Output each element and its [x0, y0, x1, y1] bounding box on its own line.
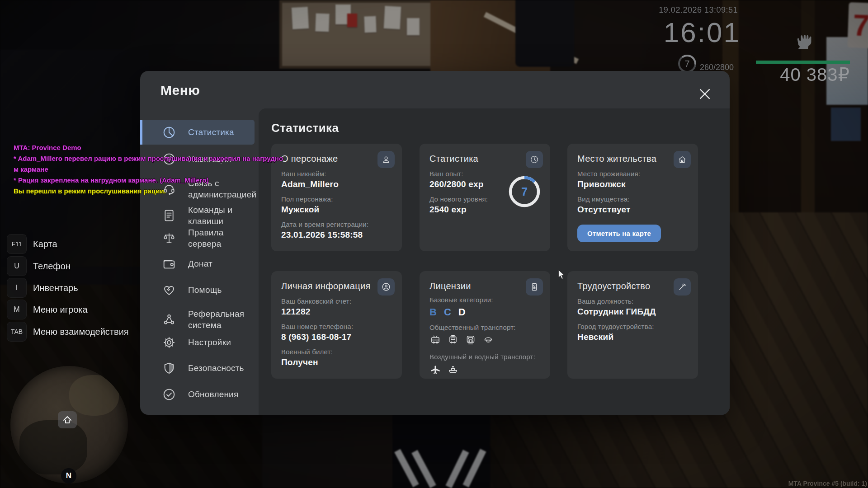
license-category-c: C	[444, 306, 451, 318]
license-category-d: D	[458, 306, 466, 318]
sidebar-item-label: Реферальная система	[188, 308, 244, 331]
menu-title: Меню	[160, 83, 200, 98]
sidebar-item-label: Обновления	[188, 389, 238, 400]
sidebar-item-label: Настройки	[188, 337, 231, 348]
close-icon[interactable]	[697, 86, 712, 102]
field-label: Дата и время регистрации:	[281, 221, 392, 228]
sidebar-item-label: Безопасность	[188, 362, 244, 374]
menu-content: Статистика О персонаже Ваш никнейм: Adam…	[259, 108, 730, 415]
metro-icon	[465, 334, 476, 347]
keybind-label: Карта	[33, 239, 57, 249]
compass-north-label: N	[66, 471, 71, 480]
field-value: Получен	[281, 357, 392, 367]
minimap: N	[10, 366, 128, 483]
key-badge: TAB	[7, 322, 27, 342]
field-label: Город трудоустройства:	[577, 323, 688, 330]
handshake-heart-icon	[162, 283, 176, 297]
keybind-player-menu: M Меню игрока	[7, 300, 88, 319]
person-circle-icon	[377, 278, 395, 296]
card-statistics: Статистика Ваш опыт: 260/2800 exp До нов…	[420, 144, 550, 251]
key-badge: I	[7, 278, 27, 298]
keybind-label: Телефон	[33, 261, 71, 272]
content-title: Статистика	[271, 121, 339, 135]
field-label: Ваша должность:	[577, 297, 688, 305]
card-title: Статистика	[429, 154, 540, 164]
field-label: Вид имущества:	[577, 195, 688, 203]
keybind-label: Меню взаимодействия	[33, 327, 129, 337]
public-transport-licenses	[429, 334, 540, 347]
sidebar-item-statistics[interactable]: Статистика	[140, 120, 255, 145]
scales-icon	[162, 231, 176, 245]
key-badge: F11	[7, 234, 27, 254]
license-category-b: B	[429, 306, 437, 318]
keybind-label: Инвентарь	[33, 283, 78, 293]
sidebar-item-label: Команды и клавиши	[188, 204, 232, 227]
field-label: Базовые категории:	[429, 296, 540, 304]
conductor-cap-icon	[482, 334, 494, 347]
field-value: Adam_Millero	[281, 179, 392, 189]
card-employment: Трудоустройство Ваша должность: Сотрудни…	[567, 271, 698, 379]
game-screen: 7 19.02.2026 13:09:51 16:01 7 260/2800 4…	[0, 0, 868, 488]
plane-icon	[429, 363, 441, 377]
sidebar-item-label: Статистика	[188, 127, 234, 138]
field-label: Место проживания:	[577, 170, 688, 178]
sidebar-item-server-rules[interactable]: Правила сервера	[140, 225, 255, 250]
wallet-icon	[162, 257, 176, 271]
keybind-inventory: I Инвентарь	[7, 278, 78, 297]
hud-money: 40 383₽	[780, 64, 850, 85]
card-residence: Место жительства Место проживания: Приво…	[567, 144, 698, 251]
keybind-phone: U Телефон	[7, 257, 71, 276]
document-icon	[162, 208, 176, 223]
key-badge: U	[7, 256, 27, 276]
sidebar-item-help[interactable]: Помощь	[140, 277, 255, 302]
sidebar-item-label: Правила сервера	[188, 227, 255, 249]
network-nodes-icon	[162, 312, 176, 327]
field-label: Пол персонажа:	[281, 195, 392, 203]
chat-line: MTA: Province Demo	[14, 142, 294, 153]
field-label: Общественный транспорт:	[429, 324, 540, 331]
minimap-terrain	[19, 420, 87, 474]
shield-icon	[162, 361, 176, 375]
air-water-licenses	[429, 363, 540, 377]
fist-icon	[791, 23, 815, 55]
level-progress-ring: 7	[507, 174, 542, 209]
keybind-map: F11 Карта	[7, 235, 57, 253]
field-label: Военный билет:	[281, 348, 392, 356]
clock-icon	[526, 151, 543, 168]
field-label: Ваш никнейм:	[281, 170, 392, 178]
menu-window: Меню Статистика Навигация	[140, 71, 730, 415]
field-label: Ваш банковский счет:	[281, 297, 392, 305]
check-circle-icon	[162, 387, 176, 402]
field-value: 23.01.2026 15:58:58	[281, 230, 392, 240]
card-title: Лицензии	[429, 281, 540, 291]
key-badge: M	[7, 300, 27, 319]
sidebar-item-donate[interactable]: Донат	[140, 251, 255, 276]
sidebar-item-security[interactable]: Безопасность	[140, 356, 255, 380]
keybind-interaction-menu: TAB Меню взаимодействия	[7, 322, 129, 341]
field-value: Невский	[577, 332, 688, 342]
field-label: До нового уровня:	[429, 195, 506, 203]
mark-on-map-button[interactable]: Отметить на карте	[577, 225, 661, 242]
hud-clock: 16:01	[664, 16, 741, 48]
home-marker-icon	[58, 411, 77, 428]
ship-icon	[447, 363, 459, 377]
field-label: Ваш опыт:	[429, 170, 506, 178]
card-title: Место жительства	[577, 154, 688, 164]
field-value: Сотрудник ГИБДД	[577, 307, 688, 317]
sidebar-item-updates[interactable]: Обновления	[140, 382, 255, 407]
keybind-label: Меню игрока	[33, 305, 88, 315]
chat-line: Вы перешли в режим прослушивания рации.	[14, 186, 294, 197]
field-label: Воздушный и водный транспорт:	[429, 353, 540, 361]
pickaxe-icon	[674, 278, 691, 296]
license-categories: B C D	[429, 306, 540, 318]
sidebar-item-settings[interactable]: Настройки	[140, 330, 255, 355]
card-title: Трудоустройство	[577, 281, 688, 291]
money-progress-bar	[756, 61, 850, 64]
id-card-icon	[526, 278, 543, 296]
sidebar-item-label: Донат	[188, 258, 212, 269]
chat-box: MTA: Province Demo * Adam_Millero переве…	[14, 142, 294, 197]
card-licenses: Лицензии Базовые категории: B C D Общест…	[420, 271, 550, 379]
sidebar-item-label: Помощь	[188, 284, 222, 296]
pie-chart-icon	[162, 125, 176, 140]
field-value: Отсутствует	[577, 205, 688, 215]
